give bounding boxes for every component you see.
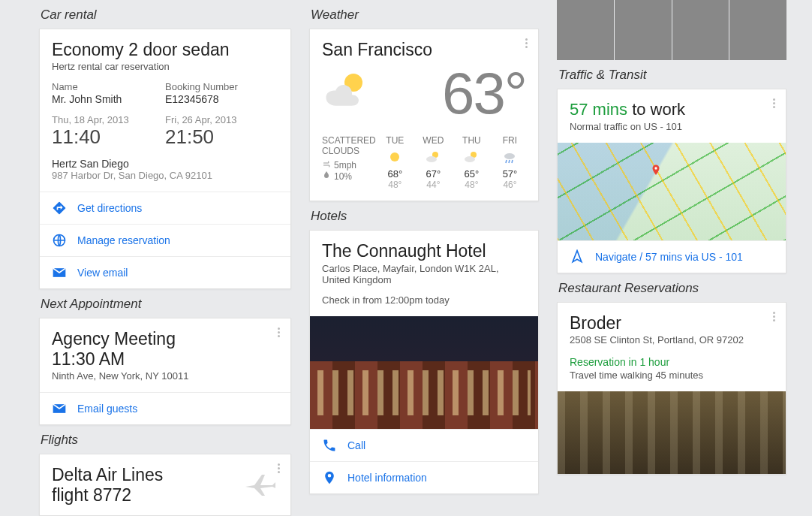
booking-value: E12345678 — [165, 93, 278, 105]
card-menu-button[interactable] — [768, 97, 780, 109]
svg-point-5 — [465, 156, 475, 162]
svg-line-8 — [509, 160, 510, 163]
forecast-day: THU 65° 48° — [453, 135, 491, 190]
view-email-label: View email — [77, 267, 128, 279]
forecast-hi: 65° — [453, 168, 491, 180]
globe-icon — [52, 233, 67, 248]
weather-wind: 5mph — [334, 160, 356, 170]
reservation-travel: Travel time walking 45 minutes — [570, 370, 774, 381]
forecast-hi: 67° — [414, 168, 453, 180]
return-time: 21:50 — [165, 125, 278, 149]
traffic-minutes: 57 mins — [570, 100, 627, 119]
return-date: Fri, 26 Apr, 2013 — [165, 114, 278, 125]
weather-partly-cloudy-icon — [322, 71, 368, 117]
restaurant-name: Broder — [570, 313, 774, 333]
more-icon — [272, 462, 284, 474]
card-menu-button[interactable] — [768, 310, 780, 322]
sun-icon — [376, 149, 414, 165]
email-icon — [52, 401, 67, 416]
directions-icon — [52, 201, 67, 216]
svg-line-7 — [506, 160, 507, 163]
precipitation-icon — [322, 170, 331, 182]
navigate-button[interactable]: Navigate / 57 mins via US - 101 — [558, 240, 786, 273]
hotel-info-button[interactable]: Hotel information — [310, 461, 538, 493]
flight-number: flight 8772 — [52, 485, 163, 505]
hotel-checkin: Check in from 12:00pm today — [322, 294, 526, 306]
reservation-status: Reservation in 1 hour — [570, 356, 774, 368]
traffic-map[interactable] — [558, 143, 786, 240]
call-button[interactable]: Call — [310, 429, 538, 461]
partly-cloudy-icon — [414, 149, 453, 165]
call-label: Call — [347, 439, 365, 451]
section-flights: Flights — [41, 433, 290, 448]
weather-precip: 10% — [334, 171, 352, 182]
person-image — [729, 0, 786, 60]
forecast-day: TUE 68° 48° — [376, 135, 414, 190]
car-rental-subtitle: Hertz rental car reservation — [52, 61, 278, 72]
hotel-info-label: Hotel information — [347, 472, 427, 484]
pickup-time: 11:40 — [52, 125, 165, 149]
flight-card: Delta Air Lines flight 8772 — [39, 454, 291, 516]
weather-card: San Francisco 63° SCATTERED CLOUDS 5mph — [309, 29, 539, 201]
get-directions-label: Get directions — [77, 202, 142, 214]
email-guests-label: Email guests — [77, 403, 137, 415]
restaurant-image — [558, 391, 786, 474]
phone-icon — [322, 438, 337, 453]
forecast-day: FRI 57° 46° — [491, 135, 529, 190]
forecast-hi: 68° — [376, 168, 414, 180]
partly-cloudy-icon — [453, 149, 491, 165]
section-car-rental: Car rental — [41, 8, 290, 23]
person-image — [557, 0, 614, 60]
appointment-time: 11:30 AM — [52, 349, 278, 369]
svg-point-3 — [426, 156, 437, 162]
forecast-lo: 48° — [453, 180, 491, 190]
hotel-name: The Connaught Hotel — [322, 241, 526, 261]
section-weather: Weather — [311, 8, 537, 23]
svg-point-1 — [390, 152, 399, 161]
traffic-card: 57 mins to work Normal traffic on US - 1… — [557, 89, 786, 273]
email-icon — [52, 265, 67, 280]
svg-point-10 — [654, 167, 657, 169]
manage-reservation-label: Manage reservation — [77, 234, 170, 246]
appointment-title: Agency Meeting — [52, 329, 278, 349]
hotel-card: The Connaught Hotel Carlos Place, Mayfai… — [309, 230, 539, 493]
forecast-day-label: WED — [414, 135, 453, 146]
section-restaurant: Restaurant Reservations — [558, 281, 785, 296]
get-directions-button[interactable]: Get directions — [40, 192, 290, 224]
person-image — [615, 0, 672, 60]
section-traffic: Traffic & Transit — [558, 68, 785, 83]
hotel-address: Carlos Place, Mayfair, London W1K 2AL, U… — [322, 263, 526, 285]
more-icon — [768, 310, 780, 322]
appointment-address: Ninth Ave, New York, NY 10011 — [52, 370, 278, 382]
appointment-card: Agency Meeting 11:30 AM Ninth Ave, New Y… — [39, 318, 291, 425]
svg-point-6 — [504, 153, 515, 159]
manage-reservation-button[interactable]: Manage reservation — [40, 224, 290, 256]
more-icon — [768, 97, 780, 109]
wind-icon — [322, 159, 331, 170]
rain-icon — [491, 149, 529, 165]
people-image-strip — [557, 0, 786, 60]
section-hotels: Hotels — [311, 209, 537, 224]
card-menu-button[interactable] — [272, 462, 284, 474]
card-menu-button[interactable] — [520, 37, 532, 49]
place-icon — [322, 470, 337, 485]
airplane-icon — [242, 472, 278, 499]
forecast-day-label: TUE — [376, 135, 414, 146]
view-email-button[interactable]: View email — [40, 256, 290, 288]
forecast-lo: 46° — [491, 180, 529, 190]
more-icon — [272, 326, 284, 338]
weather-temp: 63° — [442, 59, 526, 128]
forecast-hi: 57° — [491, 168, 529, 180]
svg-line-9 — [512, 160, 513, 163]
name-value: Mr. John Smith — [52, 93, 165, 105]
car-rental-title: Economy 2 door sedan — [52, 40, 278, 59]
card-menu-button[interactable] — [272, 326, 284, 338]
hotel-image — [310, 316, 538, 429]
weather-condition-2: CLOUDS — [322, 146, 376, 156]
flight-airline: Delta Air Lines — [52, 465, 163, 484]
restaurant-card: Broder 2508 SE Clinton St, Portland, OR … — [557, 302, 786, 475]
email-guests-button[interactable]: Email guests — [40, 392, 290, 424]
forecast-day-label: FRI — [491, 135, 529, 146]
navigate-icon — [570, 249, 585, 264]
forecast-day: WED 67° 44° — [414, 135, 453, 190]
